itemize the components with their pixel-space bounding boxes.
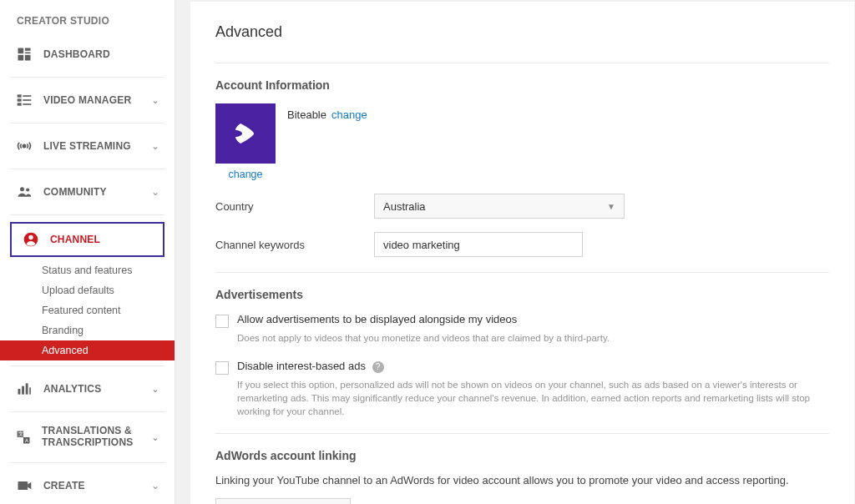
subitem-featured-content[interactable]: Featured content xyxy=(0,300,175,320)
sidebar-item-label: LIVE STREAMING xyxy=(43,140,131,152)
svg-rect-0 xyxy=(18,48,24,54)
divider xyxy=(215,272,829,273)
sidebar-item-create[interactable]: CREATE ⌄ xyxy=(0,466,175,504)
chevron-down-icon: ⌄ xyxy=(151,431,159,443)
account-row: change Biteable change xyxy=(215,103,829,180)
svg-rect-2 xyxy=(25,53,31,54)
disable-interest-ads-label-text: Disable interest-based ads xyxy=(237,360,366,372)
video-manager-icon xyxy=(15,91,33,109)
disable-interest-ads-checkbox[interactable] xyxy=(215,361,229,375)
chevron-down-icon: ⌄ xyxy=(151,480,159,491)
subitem-advanced[interactable]: Advanced xyxy=(0,340,175,360)
avatar-block: change xyxy=(215,103,276,180)
svg-text:文: 文 xyxy=(18,431,23,436)
svg-text:A: A xyxy=(25,438,28,443)
svg-rect-5 xyxy=(18,94,22,97)
divider xyxy=(215,433,829,434)
svg-point-11 xyxy=(23,144,25,147)
main-content: Advanced Account Information change Bite… xyxy=(190,2,854,504)
svg-rect-17 xyxy=(22,386,24,395)
sidebar-item-label: VIDEO MANAGER xyxy=(43,94,131,106)
sidebar-item-video-manager[interactable]: VIDEO MANAGER ⌄ xyxy=(0,81,175,119)
sidebar-item-live-streaming[interactable]: LIVE STREAMING ⌄ xyxy=(0,127,175,165)
svg-rect-4 xyxy=(25,55,31,61)
svg-rect-10 xyxy=(23,103,31,105)
disable-interest-ads-row: Disable interest-based ads ? xyxy=(215,360,829,375)
country-select[interactable]: Australia ▼ xyxy=(374,194,625,219)
svg-rect-16 xyxy=(18,389,21,395)
sidebar-item-translations[interactable]: 文A TRANSLATIONS & TRANSCRIPTIONS ⌄ xyxy=(0,416,175,459)
community-icon xyxy=(15,183,33,201)
section-ads-heading: Advertisements xyxy=(215,288,829,301)
divider xyxy=(215,63,829,63)
chevron-down-icon: ⌄ xyxy=(151,383,159,395)
svg-rect-6 xyxy=(23,95,31,97)
sidebar-item-label: COMMUNITY xyxy=(43,186,107,198)
create-icon xyxy=(15,476,33,495)
sidebar-item-label: TRANSLATIONS & TRANSCRIPTIONS xyxy=(42,426,151,449)
channel-icon xyxy=(22,230,40,249)
svg-rect-7 xyxy=(18,98,22,101)
brand-line: Biteable change xyxy=(287,103,367,121)
channel-keywords-input[interactable] xyxy=(374,232,583,257)
keywords-row: Channel keywords xyxy=(215,232,829,257)
channel-submenu: Status and features Upload defaults Feat… xyxy=(0,260,175,360)
sidebar-item-channel[interactable]: CHANNEL xyxy=(10,222,164,257)
divider xyxy=(10,365,164,366)
svg-rect-22 xyxy=(18,481,28,490)
svg-point-12 xyxy=(20,187,24,191)
live-icon xyxy=(15,137,33,155)
page-title: Advanced xyxy=(215,23,829,41)
sidebar-item-analytics[interactable]: ANALYTICS ⌄ xyxy=(0,370,175,408)
svg-rect-1 xyxy=(25,48,31,51)
section-account-heading: Account Information xyxy=(215,78,829,92)
section-adwords-heading: AdWords account linking xyxy=(215,449,829,462)
allow-ads-subtext: Does not apply to videos that you moneti… xyxy=(237,331,829,345)
svg-rect-19 xyxy=(29,387,31,394)
svg-point-13 xyxy=(26,188,29,191)
divider xyxy=(10,214,164,215)
adwords-desc: Linking your YouTube channel to an AdWor… xyxy=(215,474,829,486)
chevron-down-icon: ⌄ xyxy=(151,94,159,106)
divider xyxy=(10,462,164,463)
link-adwords-button[interactable]: Link an AdWords account xyxy=(215,498,351,504)
divider xyxy=(10,169,164,169)
change-avatar-link[interactable]: change xyxy=(228,169,262,180)
divider xyxy=(10,123,164,123)
svg-point-15 xyxy=(28,235,33,239)
caret-down-icon: ▼ xyxy=(607,202,615,211)
subitem-upload-defaults[interactable]: Upload defaults xyxy=(0,280,175,300)
disable-interest-ads-subtext: If you select this option, personalized … xyxy=(237,378,829,418)
disable-interest-ads-label: Disable interest-based ads ? xyxy=(237,360,384,373)
sidebar-item-label: DASHBOARD xyxy=(43,48,110,60)
sidebar: CREATOR STUDIO DASHBOARD VIDEO MANAGER ⌄… xyxy=(0,0,175,504)
help-icon[interactable]: ? xyxy=(372,361,384,373)
chevron-down-icon: ⌄ xyxy=(151,140,159,152)
sidebar-item-label: CHANNEL xyxy=(50,234,100,245)
dashboard-icon xyxy=(15,45,33,63)
allow-ads-row: Allow advertisements to be displayed alo… xyxy=(215,313,829,328)
country-row: Country Australia ▼ xyxy=(215,194,829,219)
chevron-down-icon: ⌄ xyxy=(151,186,159,198)
sidebar-item-community[interactable]: COMMUNITY ⌄ xyxy=(0,173,175,211)
subitem-status-and-features[interactable]: Status and features xyxy=(0,260,175,280)
sidebar-title: CREATOR STUDIO xyxy=(0,15,175,35)
subitem-branding[interactable]: Branding xyxy=(0,320,175,340)
brand-name: Biteable xyxy=(287,108,326,121)
change-name-link[interactable]: change xyxy=(331,108,367,121)
country-value: Australia xyxy=(383,200,426,213)
sidebar-item-label: ANALYTICS xyxy=(43,383,101,395)
sidebar-item-dashboard[interactable]: DASHBOARD xyxy=(0,35,175,73)
allow-ads-label: Allow advertisements to be displayed alo… xyxy=(237,313,517,325)
svg-rect-8 xyxy=(23,99,31,101)
sidebar-item-label: CREATE xyxy=(43,480,85,491)
svg-rect-3 xyxy=(18,55,24,61)
svg-rect-18 xyxy=(26,383,28,394)
allow-ads-checkbox[interactable] xyxy=(215,315,229,328)
country-label: Country xyxy=(215,200,374,213)
translate-icon: 文A xyxy=(15,428,32,446)
divider xyxy=(10,411,164,412)
divider xyxy=(10,77,164,78)
channel-avatar xyxy=(215,103,276,164)
keywords-label: Channel keywords xyxy=(215,239,374,251)
